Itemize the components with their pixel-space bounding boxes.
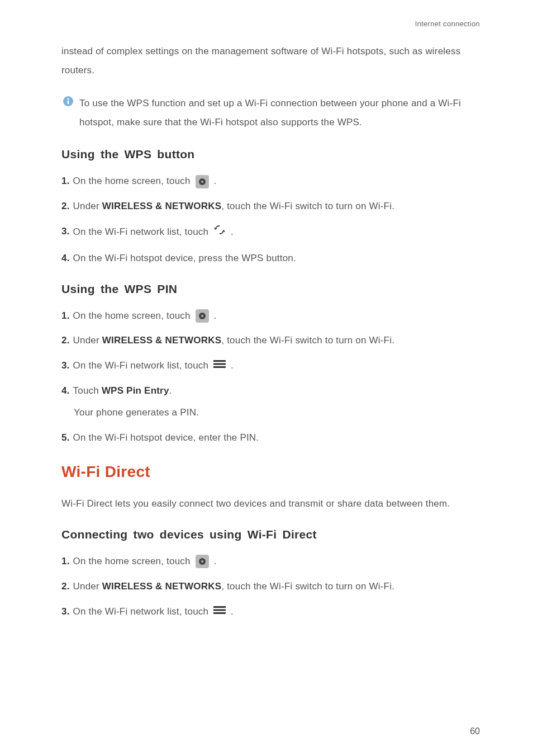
info-note-text: To use the WPS function and set up a Wi-… [79, 94, 480, 132]
step-number: 3. [61, 604, 70, 620]
menu-icon [213, 358, 226, 374]
list-item: 4. On the Wi-Fi hotspot device, press th… [61, 251, 480, 267]
list-item: 5. On the Wi-Fi hotspot device, enter th… [61, 430, 480, 446]
list-item: 3. On the Wi-Fi network list, touch . [61, 224, 480, 242]
step-text-bold: WIRELESS & NETWORKS [102, 201, 221, 211]
step-text: On the Wi-Fi hotspot device, press the W… [73, 251, 480, 267]
step-text: . [231, 606, 234, 617]
step-text: . [231, 360, 234, 371]
step-text-bold: WIRELESS & NETWORKS [102, 335, 221, 346]
menu-icon [213, 604, 226, 620]
step-number: 4. [61, 383, 70, 399]
list-item: 1. On the home screen, touch . [61, 554, 480, 570]
list-item: 3. On the Wi-Fi network list, touch . [61, 358, 480, 374]
step-text: Under [73, 201, 102, 211]
svg-rect-8 [213, 612, 226, 614]
list-item: 2. Under WIRELESS & NETWORKS, touch the … [61, 333, 480, 349]
settings-icon [196, 309, 209, 323]
page-number: 60 [470, 726, 480, 736]
header-section-label: Internet connection [61, 20, 480, 28]
heading-wps-button: Using the WPS button [61, 148, 480, 161]
step-text: . [169, 385, 172, 396]
step-text: , touch the Wi-Fi switch to turn on Wi-F… [221, 581, 394, 592]
step-text: . [214, 556, 217, 566]
list-item: 1. On the home screen, touch . [61, 308, 480, 324]
list-item: 2. Under WIRELESS & NETWORKS, touch the … [61, 579, 480, 595]
step-number: 3. [61, 358, 70, 374]
step-number: 5. [61, 430, 70, 446]
wifi-direct-description: Wi-Fi Direct lets you easily connect two… [61, 494, 480, 513]
settings-icon [196, 555, 209, 568]
step-number: 2. [61, 579, 70, 595]
svg-rect-4 [213, 363, 226, 365]
step-text-bold: WIRELESS & NETWORKS [102, 581, 221, 592]
svg-rect-3 [213, 360, 226, 362]
info-note-block: To use the WPS function and set up a Wi-… [61, 94, 480, 132]
step-text: . [214, 176, 217, 186]
step-text: On the home screen, touch [73, 556, 193, 566]
wps-button-steps: 1. On the home screen, touch . 2. Under … [61, 173, 480, 267]
svg-rect-5 [213, 366, 226, 368]
list-item: 4. Touch WPS Pin Entry. Your phone gener… [61, 383, 480, 421]
svg-rect-7 [213, 609, 226, 611]
step-text: . [214, 310, 217, 321]
step-text: On the Wi-Fi hotspot device, enter the P… [73, 430, 480, 446]
step-number: 1. [61, 308, 70, 324]
intro-paragraph: instead of complex settings on the manag… [61, 42, 480, 80]
wifi-direct-steps: 1. On the home screen, touch . 2. Under … [61, 554, 480, 620]
svg-rect-2 [68, 101, 69, 105]
step-number: 2. [61, 199, 70, 215]
step-text: On the home screen, touch [73, 310, 193, 321]
step-number: 4. [61, 251, 70, 267]
list-item: 3. On the Wi-Fi network list, touch . [61, 604, 480, 620]
step-text: On the Wi-Fi network list, touch [73, 226, 212, 237]
svg-rect-6 [213, 606, 226, 608]
step-number: 1. [61, 173, 70, 190]
list-item: 2. Under WIRELESS & NETWORKS, touch the … [61, 199, 480, 215]
step-text: Under [73, 335, 102, 346]
wps-arrows-icon [213, 224, 226, 242]
step-subtext: Your phone generates a PIN. [74, 405, 480, 421]
step-text: On the Wi-Fi network list, touch [73, 360, 212, 371]
info-icon [63, 96, 74, 107]
step-text: Touch [73, 385, 102, 396]
step-text: On the home screen, touch [73, 176, 193, 186]
step-text-bold: WPS Pin Entry [102, 385, 169, 396]
step-text: On the Wi-Fi network list, touch [73, 606, 212, 617]
step-number: 1. [61, 554, 70, 570]
wps-pin-steps: 1. On the home screen, touch . 2. Under … [61, 308, 480, 446]
heading-wps-pin: Using the WPS PIN [61, 282, 480, 296]
step-text: , touch the Wi-Fi switch to turn on Wi-F… [221, 335, 394, 346]
step-number: 2. [61, 333, 70, 349]
step-text: . [231, 226, 234, 237]
svg-point-1 [67, 98, 69, 100]
step-text: Under [73, 581, 102, 592]
settings-icon [196, 175, 209, 188]
step-text: , touch the Wi-Fi switch to turn on Wi-F… [221, 201, 394, 211]
list-item: 1. On the home screen, touch . [61, 173, 480, 190]
step-number: 3. [61, 224, 70, 240]
section-title-wifi-direct: Wi-Fi Direct [61, 463, 480, 481]
heading-connecting-wifi-direct: Connecting two devices using Wi-Fi Direc… [61, 528, 480, 541]
